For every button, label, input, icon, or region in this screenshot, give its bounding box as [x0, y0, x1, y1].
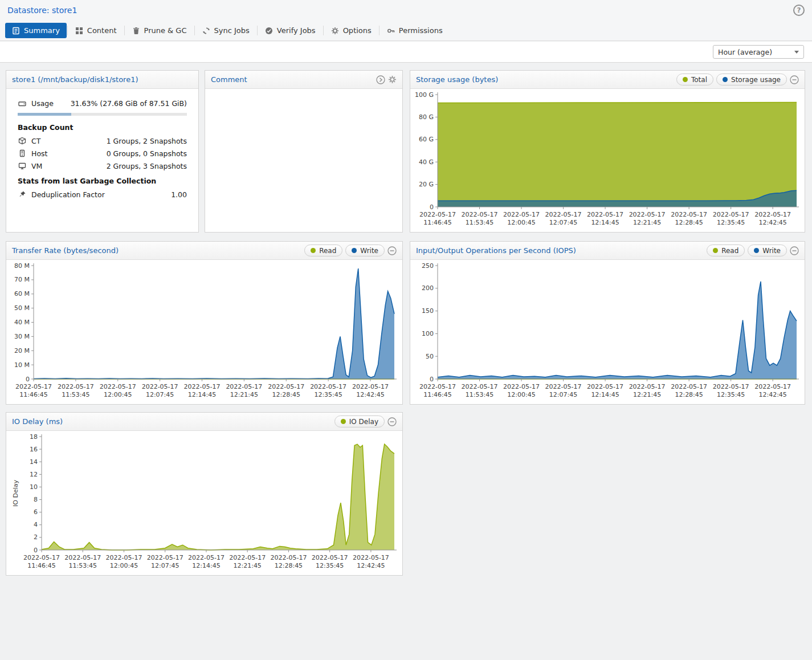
svg-text:2022-05-17: 2022-05-17 — [58, 383, 94, 390]
tab-summary[interactable]: Summary — [5, 23, 67, 38]
svg-text:50 M: 50 M — [14, 304, 30, 312]
svg-text:12:21:45: 12:21:45 — [633, 391, 661, 398]
svg-text:2022-05-17: 2022-05-17 — [353, 554, 389, 561]
help-button[interactable]: ? — [793, 5, 805, 16]
svg-text:12:21:45: 12:21:45 — [233, 562, 261, 569]
usage-progressbar — [18, 113, 187, 116]
legend-total[interactable]: Total — [676, 74, 713, 85]
comment-panel: Comment — [205, 70, 403, 233]
panel-title: Transfer Rate (bytes/second) — [12, 246, 119, 255]
svg-text:200: 200 — [422, 284, 434, 292]
svg-text:2022-05-17: 2022-05-17 — [419, 211, 456, 218]
table-row: CT 1 Groups, 2 Snapshots — [18, 135, 187, 147]
gear-icon[interactable] — [388, 75, 397, 84]
legend-read[interactable]: Read — [304, 245, 342, 256]
svg-text:60 G: 60 G — [419, 136, 434, 143]
backup-type-label: VM — [31, 162, 42, 170]
tab-options[interactable]: Options — [324, 23, 378, 38]
tab-label: Sync Jobs — [214, 26, 250, 35]
iops-chart: 0501001502002502022-05-1711:46:452022-05… — [410, 260, 805, 404]
svg-text:12:42:45: 12:42:45 — [758, 391, 786, 398]
svg-text:2022-05-17: 2022-05-17 — [188, 554, 225, 561]
svg-text:0: 0 — [34, 547, 38, 554]
svg-text:12:21:45: 12:21:45 — [633, 219, 661, 226]
svg-text:2022-05-17: 2022-05-17 — [15, 383, 52, 390]
svg-text:0: 0 — [26, 376, 30, 383]
svg-text:12:07:45: 12:07:45 — [151, 562, 179, 569]
svg-text:2022-05-17: 2022-05-17 — [587, 383, 623, 390]
panel-title: Comment — [211, 75, 247, 84]
toolbar: Hour (average) — [0, 42, 812, 63]
expand-icon[interactable] — [376, 75, 385, 84]
series-dot — [341, 419, 346, 424]
legend-write[interactable]: Write — [748, 245, 787, 256]
panel-header: IO Delay (ms) IO Delay — [6, 413, 402, 431]
svg-text:10: 10 — [30, 483, 38, 491]
tab-content[interactable]: Content — [68, 23, 124, 38]
svg-text:12:28:45: 12:28:45 — [272, 391, 300, 398]
time-range-select[interactable]: Hour (average) — [713, 45, 804, 59]
panel-title: store1 (/mnt/backup/disk1/store1) — [12, 75, 138, 84]
svg-text:11:53:45: 11:53:45 — [62, 391, 89, 398]
svg-text:12:42:45: 12:42:45 — [758, 219, 786, 226]
thumbtack-icon — [18, 190, 26, 198]
backup-count-title: Backup Count — [18, 123, 187, 132]
series-dot — [723, 77, 728, 82]
svg-text:2022-05-17: 2022-05-17 — [106, 554, 142, 561]
svg-text:12:35:45: 12:35:45 — [717, 391, 745, 398]
svg-text:11:53:45: 11:53:45 — [69, 562, 97, 569]
tab-label: Permissions — [399, 26, 443, 35]
panel-tools: IO Delay — [334, 415, 397, 427]
storage-usage-chart: 020 G40 G60 G80 G100 G2022-05-1711:46:45… — [410, 89, 805, 232]
key-icon — [387, 27, 395, 35]
collapse-icon[interactable] — [387, 246, 397, 255]
tab-label: Verify Jobs — [277, 26, 316, 35]
svg-text:80 G: 80 G — [419, 113, 434, 121]
svg-text:2022-05-17: 2022-05-17 — [100, 383, 136, 390]
tab-verify-jobs[interactable]: Verify Jobs — [258, 23, 323, 38]
svg-text:2022-05-17: 2022-05-17 — [587, 211, 623, 218]
svg-text:2022-05-17: 2022-05-17 — [545, 211, 582, 218]
svg-text:40 M: 40 M — [14, 319, 30, 326]
tab-label: Prune & GC — [144, 26, 187, 35]
svg-text:0: 0 — [430, 203, 434, 211]
svg-text:2022-05-17: 2022-05-17 — [184, 383, 221, 390]
gc-stats-title: Stats from last Garbage Collection — [18, 177, 187, 185]
svg-text:2022-05-17: 2022-05-17 — [229, 554, 266, 561]
svg-text:12:42:45: 12:42:45 — [357, 562, 385, 569]
tab-permissions[interactable]: Permissions — [380, 23, 450, 38]
svg-text:12:00:45: 12:00:45 — [507, 391, 535, 398]
backup-type-label: Host — [31, 149, 47, 158]
svg-text:2022-05-17: 2022-05-17 — [270, 554, 307, 561]
tab-sync-jobs[interactable]: Sync Jobs — [195, 23, 256, 38]
panel-tools: Read Write — [304, 245, 397, 256]
svg-text:12:00:45: 12:00:45 — [104, 391, 132, 398]
series-dot — [754, 248, 759, 253]
svg-text:2022-05-17: 2022-05-17 — [142, 383, 178, 390]
host-server-icon — [18, 149, 26, 157]
svg-text:16: 16 — [30, 446, 38, 453]
collapse-icon[interactable] — [387, 417, 397, 426]
transfer-rate-panel: Transfer Rate (bytes/second) Read Write … — [6, 241, 403, 405]
legend-io-delay[interactable]: IO Delay — [334, 415, 385, 427]
svg-text:70 M: 70 M — [14, 276, 30, 283]
legend-storage-usage[interactable]: Storage usage — [716, 74, 787, 85]
svg-text:11:53:45: 11:53:45 — [466, 391, 493, 398]
collapse-icon[interactable] — [790, 246, 799, 255]
table-row: Host 0 Groups, 0 Snapshots — [18, 147, 187, 160]
check-circle-icon — [265, 27, 273, 35]
svg-text:50: 50 — [426, 353, 434, 360]
usage-row: Usage 31.63% (27.68 GiB of 87.51 GiB) — [18, 99, 187, 108]
svg-text:80 M: 80 M — [14, 262, 30, 270]
svg-text:6: 6 — [34, 508, 38, 516]
backup-count-value: 0 Groups, 0 Snapshots — [107, 149, 187, 158]
series-dot — [352, 248, 357, 253]
collapse-icon[interactable] — [790, 75, 799, 84]
legend-read[interactable]: Read — [707, 245, 745, 256]
io-delay-chart: 0246810121416182022-05-1711:46:452022-05… — [6, 431, 402, 575]
tab-prune-gc[interactable]: Prune & GC — [125, 23, 194, 38]
summary-icon — [12, 27, 20, 35]
legend-write[interactable]: Write — [345, 245, 385, 256]
svg-text:2022-05-17: 2022-05-17 — [629, 211, 666, 218]
svg-text:18: 18 — [30, 433, 38, 441]
